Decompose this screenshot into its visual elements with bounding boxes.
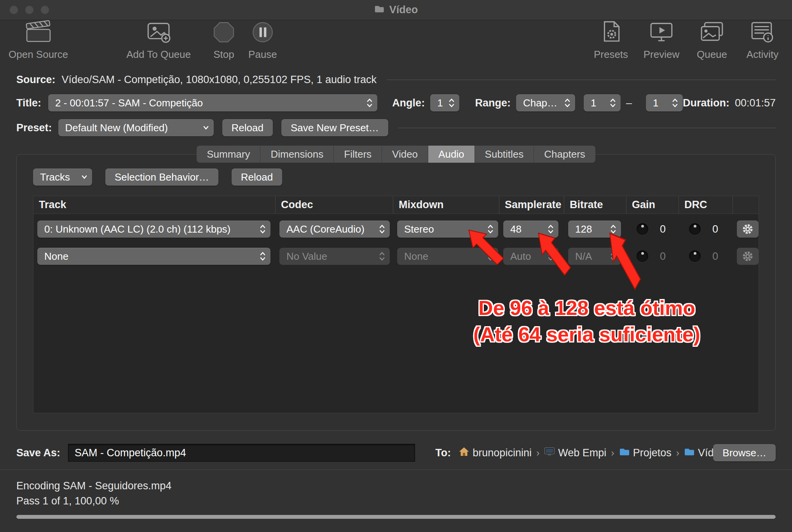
table-row: 0: Unknown (AAC LC) (2.0 ch) (112 kbps) … bbox=[33, 217, 759, 241]
down-chevron-icon bbox=[203, 125, 209, 130]
title-row: Title: 2 - 00:01:57 - SAM - Competição A… bbox=[16, 94, 776, 111]
add-to-queue-button[interactable]: Add To Queue bbox=[126, 22, 191, 61]
updown-chevron-icon bbox=[610, 224, 616, 234]
samplerate-select: Auto bbox=[503, 248, 558, 265]
range-type-select[interactable]: Chapters bbox=[516, 94, 575, 111]
duration-value: 00:01:57 bbox=[735, 97, 776, 109]
audio-panel: Tracks Selection Behavior… Reload Track … bbox=[16, 154, 776, 431]
photo-plus-icon bbox=[146, 20, 171, 46]
gear-icon bbox=[741, 223, 754, 235]
bitrate-select: N/A bbox=[568, 248, 621, 265]
source-row: Source: Vídeo/SAM - Competição, 1080x108… bbox=[16, 74, 776, 86]
preset-row: Preset: Default New (Modified) Reload Sa… bbox=[16, 119, 776, 136]
column-codec: Codec bbox=[276, 196, 393, 214]
tracks-reload-button[interactable]: Reload bbox=[232, 169, 282, 186]
tab-dimensions[interactable]: Dimensions bbox=[260, 146, 334, 163]
close-button[interactable] bbox=[9, 5, 18, 14]
title-label: Title: bbox=[16, 97, 41, 109]
tab-summary[interactable]: Summary bbox=[197, 146, 260, 163]
column-bitrate: Bitrate bbox=[564, 196, 626, 214]
divider bbox=[387, 80, 776, 80]
angle-select[interactable]: 1 bbox=[430, 94, 459, 111]
gear-icon bbox=[741, 250, 754, 263]
source-label: Source: bbox=[16, 74, 56, 86]
activity-button[interactable]: Activity bbox=[741, 22, 783, 61]
status-bar: Encoding SAM - Seguidores.mp4 Pass 1 of … bbox=[0, 469, 792, 519]
titlebar: Vídeo bbox=[0, 0, 792, 20]
updown-chevron-icon bbox=[564, 98, 570, 108]
stop-button[interactable]: Stop bbox=[206, 22, 241, 61]
tab-audio[interactable]: Audio bbox=[428, 146, 475, 163]
track-select[interactable]: None bbox=[37, 248, 270, 265]
pause-icon bbox=[251, 21, 274, 46]
save-row: Save As: SAM - Competição.mp4 To: brunop… bbox=[0, 444, 792, 462]
gain-knob bbox=[637, 250, 648, 262]
title-select[interactable]: 2 - 00:01:57 - SAM - Competição bbox=[48, 94, 377, 111]
bitrate-select[interactable]: 128 bbox=[568, 221, 621, 238]
updown-chevron-icon bbox=[672, 98, 678, 108]
drc-knob[interactable] bbox=[689, 223, 701, 235]
window-title-text: Vídeo bbox=[389, 4, 418, 16]
preview-monitor-icon bbox=[649, 20, 674, 46]
samplerate-select[interactable]: 48 bbox=[503, 221, 558, 238]
preset-label: Preset: bbox=[16, 122, 52, 134]
tab-filters[interactable]: Filters bbox=[334, 146, 382, 163]
mixdown-select[interactable]: Stereo bbox=[397, 221, 498, 238]
path-item-videos[interactable]: Vídeos bbox=[684, 447, 713, 459]
selection-behavior-button[interactable]: Selection Behavior… bbox=[105, 169, 218, 186]
column-settings bbox=[733, 196, 759, 214]
open-source-label: Open Source bbox=[9, 49, 68, 61]
save-new-preset-button[interactable]: Save New Preset… bbox=[281, 119, 388, 136]
queue-button[interactable]: Queue bbox=[691, 22, 733, 61]
destination-path: brunopicinini › Web Empi › Projetos › Ví… bbox=[459, 447, 713, 459]
pause-button[interactable]: Pause bbox=[245, 22, 280, 61]
path-item-web-empire[interactable]: Web Empi bbox=[544, 447, 606, 459]
duration-label: Duration: bbox=[683, 97, 729, 109]
track-settings-button bbox=[737, 248, 759, 265]
minimize-button[interactable] bbox=[25, 5, 34, 14]
updown-chevron-icon bbox=[260, 251, 266, 261]
updown-chevron-icon bbox=[379, 224, 385, 234]
tracks-dropdown[interactable]: Tracks bbox=[33, 169, 92, 186]
updown-chevron-icon bbox=[487, 224, 494, 234]
chapter-start-stepper[interactable]: 1 bbox=[584, 94, 621, 111]
track-select[interactable]: 0: Unknown (AAC LC) (2.0 ch) (112 kbps) bbox=[37, 221, 270, 238]
activity-log-icon bbox=[750, 20, 775, 46]
zoom-button[interactable] bbox=[40, 5, 49, 14]
angle-label: Angle: bbox=[392, 97, 425, 109]
open-source-button[interactable]: Open Source bbox=[9, 22, 68, 61]
home-icon bbox=[459, 447, 469, 459]
codec-select[interactable]: AAC (CoreAudio) bbox=[279, 221, 390, 238]
browse-button[interactable]: Browse… bbox=[713, 444, 776, 461]
pause-label: Pause bbox=[248, 49, 277, 61]
updown-chevron-icon bbox=[260, 224, 266, 234]
drc-value: 0 bbox=[712, 250, 718, 263]
save-as-label: Save As: bbox=[16, 447, 60, 459]
audio-track-table: Track Codec Mixdown Samplerate Bitrate G… bbox=[33, 196, 759, 413]
activity-label: Activity bbox=[747, 49, 778, 61]
column-drc: DRC bbox=[679, 196, 733, 214]
mixdown-select: None bbox=[397, 248, 498, 265]
folder-icon bbox=[684, 447, 695, 459]
path-item-home[interactable]: brunopicinini bbox=[459, 447, 532, 459]
chapter-end-stepper[interactable]: 1 bbox=[646, 94, 683, 111]
gain-knob[interactable] bbox=[637, 223, 648, 235]
presets-button[interactable]: Presets bbox=[590, 22, 632, 61]
filename-input[interactable]: SAM - Competição.mp4 bbox=[68, 444, 415, 462]
tab-video[interactable]: Video bbox=[382, 146, 428, 163]
tab-chapters[interactable]: Chapters bbox=[534, 146, 595, 163]
codec-select: No Value bbox=[279, 248, 390, 265]
preview-label: Preview bbox=[644, 49, 679, 61]
gain-value: 0 bbox=[660, 250, 666, 263]
preset-reload-button[interactable]: Reload bbox=[222, 119, 273, 136]
track-settings-button[interactable] bbox=[737, 221, 759, 238]
path-item-projetos[interactable]: Projetos bbox=[619, 447, 672, 459]
column-samplerate: Samplerate bbox=[499, 196, 564, 214]
path-separator: › bbox=[611, 447, 614, 459]
window-title: Vídeo bbox=[374, 4, 418, 16]
preset-select[interactable]: Default New (Modified) bbox=[58, 119, 214, 136]
progress-bar bbox=[16, 515, 776, 519]
preview-button[interactable]: Preview bbox=[640, 22, 682, 61]
tab-subtitles[interactable]: Subtitles bbox=[475, 146, 534, 163]
stop-label: Stop bbox=[213, 49, 234, 61]
